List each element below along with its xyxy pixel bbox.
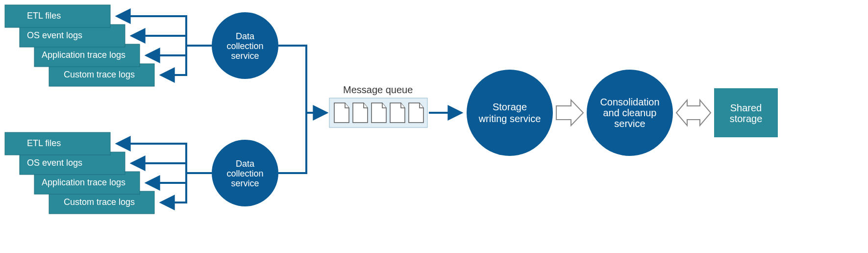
consolidation-text1: Consolidation	[600, 97, 659, 107]
storage-writing-text1: Storage	[493, 101, 527, 112]
document-icon	[334, 103, 349, 123]
conn-collector-a-to-etl	[118, 16, 212, 46]
shared-storage-text2: storage	[730, 113, 763, 124]
log-label: Application trace logs	[42, 177, 125, 187]
document-icon	[372, 103, 386, 123]
consolidation-text2: and cleanup	[603, 107, 657, 118]
storage-writing-circle	[467, 70, 553, 156]
log-label: Application trace logs	[42, 50, 125, 60]
conn-collector-b-to-app	[147, 173, 186, 183]
collector-b-text1: Data	[236, 159, 255, 169]
log-label: ETL files	[27, 138, 61, 148]
log-label: Custom trace logs	[64, 70, 135, 79]
collector-a-text1: Data	[236, 31, 255, 41]
conn-collector-b-to-custom	[162, 173, 186, 202]
document-icon	[409, 103, 423, 123]
conn-collectors-to-queue-bottom	[278, 113, 306, 173]
conn-collector-a-to-custom	[162, 46, 186, 75]
consolidation-text3: service	[614, 118, 645, 129]
queue-label: Message queue	[343, 84, 413, 95]
collector-a-text3: service	[231, 51, 259, 61]
collector-b-text3: service	[231, 178, 259, 188]
hollow-arrow-double	[676, 100, 711, 126]
conn-collector-a-to-os	[132, 36, 186, 46]
conn-collectors-to-queue-top	[278, 46, 326, 113]
log-label: OS event logs	[27, 158, 82, 168]
architecture-diagram: Custom trace logs Application trace logs…	[0, 0, 868, 253]
hollow-arrow-right-1	[556, 100, 583, 126]
conn-collector-b-to-etl	[118, 144, 212, 173]
log-label: Custom trace logs	[64, 197, 135, 207]
document-icon	[353, 103, 368, 123]
storage-writing-text2: writing service	[478, 113, 541, 124]
document-icon	[390, 103, 405, 123]
collector-a-text2: collection	[226, 41, 263, 51]
shared-storage-text1: Shared	[730, 102, 762, 113]
log-label: ETL files	[27, 11, 61, 21]
conn-collector-b-to-os	[132, 163, 186, 173]
collector-b-text2: collection	[226, 169, 263, 178]
log-label: OS event logs	[27, 30, 82, 40]
conn-collector-a-to-app	[147, 46, 186, 55]
